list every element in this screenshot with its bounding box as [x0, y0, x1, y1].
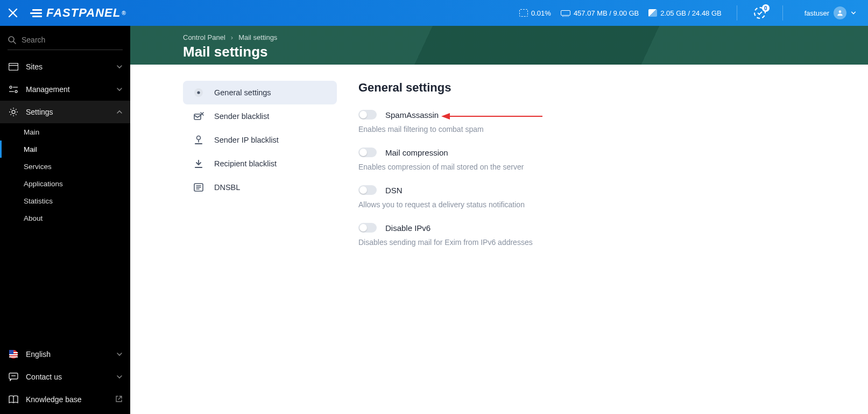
svg-point-0: [839, 10, 842, 13]
sidebar-bottom: English Contact us Knowledge base: [0, 343, 130, 414]
setting-desc: Enables mail filtering to combat spam: [358, 125, 746, 134]
nav-management[interactable]: Management: [0, 78, 130, 101]
toggle-disable-ipv6[interactable]: [358, 223, 377, 233]
tab-label: Recipient blacklist: [214, 159, 277, 168]
logo-reg: ®: [122, 10, 126, 16]
nav-settings[interactable]: Settings: [0, 101, 130, 123]
ram-stat[interactable]: 457.07 MB / 9.00 GB: [561, 9, 639, 17]
page-title: Mail settings: [183, 44, 868, 60]
avatar: [834, 6, 846, 19]
divider: [782, 5, 783, 20]
svg-point-4: [15, 90, 17, 93]
toggle-mail-compression[interactable]: [358, 148, 377, 157]
tab-sender-ip-blacklist[interactable]: Sender IP blacklist: [183, 128, 337, 152]
subnav-mail[interactable]: Mail: [0, 141, 130, 158]
tab-sender-blacklist[interactable]: Sender blacklist: [183, 104, 337, 128]
svg-rect-2: [9, 64, 18, 71]
subnav-label: Applications: [24, 180, 63, 188]
subnav-label: Mail: [24, 145, 37, 153]
setting-spamassassin: SpamAssassin Enables mail filtering to c…: [358, 110, 746, 134]
ip-blacklist-icon: [193, 134, 204, 146]
setting-label: Disable IPv6: [385, 223, 431, 233]
setting-desc: Enables compression of mail stored on th…: [358, 163, 746, 171]
chevron-down-icon: [116, 374, 123, 380]
subnav-services[interactable]: Services: [0, 158, 130, 175]
subnav-about[interactable]: About: [0, 209, 130, 227]
disk-stat[interactable]: 2.05 GB / 24.48 GB: [648, 9, 721, 17]
setting-dsn: DSN Allows you to request a delivery sta…: [358, 185, 746, 209]
general-settings-pane: General settings SpamAssassin Enables ma…: [358, 81, 778, 414]
nav-sites[interactable]: Sites: [0, 55, 130, 78]
content: General settings Sender blacklist Sender…: [130, 65, 868, 414]
nav-label: Management: [26, 85, 116, 94]
contact-label: Contact us: [26, 373, 116, 381]
setting-mail-compression: Mail compression Enables compression of …: [358, 148, 746, 171]
svg-point-15: [197, 136, 201, 140]
tab-dnsbl[interactable]: DNSBL: [183, 176, 337, 199]
logo-icon: [30, 9, 42, 17]
username: fastuser: [805, 9, 829, 17]
external-link-icon: [115, 395, 123, 404]
gear-dot-icon: [193, 87, 204, 99]
user-icon: [836, 9, 844, 17]
subnav-main[interactable]: Main: [0, 123, 130, 141]
tab-label: Sender blacklist: [214, 112, 269, 121]
cpu-stat[interactable]: 0.01%: [519, 9, 551, 17]
lang-switcher[interactable]: English: [0, 343, 130, 366]
gear-icon: [8, 107, 19, 117]
subnav-applications[interactable]: Applications: [0, 175, 130, 192]
topbar-stats: 0.01% 457.07 MB / 9.00 GB 2.05 GB / 24.4…: [519, 5, 868, 20]
close-button[interactable]: [0, 0, 26, 26]
svg-point-5: [12, 110, 15, 114]
disk-value: 2.05 GB / 24.48 GB: [660, 9, 721, 17]
tab-label: General settings: [214, 88, 271, 97]
toggle-dsn[interactable]: [358, 185, 377, 195]
search-input[interactable]: [22, 36, 123, 44]
nav-label: Sites: [26, 62, 116, 71]
setting-label: SpamAssassin: [385, 110, 439, 120]
nav-settings-sub: Main Mail Services Applications Statisti…: [0, 123, 130, 227]
tab-general-settings[interactable]: General settings: [183, 81, 337, 104]
breadcrumb-current: Mail settings: [238, 33, 277, 41]
subnav-statistics[interactable]: Statistics: [0, 192, 130, 209]
page-header: Control Panel › Mail settings Mail setti…: [130, 26, 868, 65]
search-box[interactable]: [8, 33, 123, 50]
svg-rect-8: [9, 354, 18, 355]
contact-us[interactable]: Contact us: [0, 366, 130, 388]
breadcrumb: Control Panel › Mail settings: [183, 33, 868, 41]
topbar: FASTPANEL® 0.01% 457.07 MB / 9.00 GB 2.0…: [0, 0, 868, 26]
svg-rect-10: [9, 350, 13, 354]
subnav-label: Statistics: [24, 197, 53, 205]
nav-label: Settings: [26, 108, 116, 116]
management-icon: [8, 85, 19, 94]
svg-rect-14: [194, 114, 201, 120]
disk-icon: [648, 9, 657, 17]
user-menu[interactable]: fastuser: [798, 6, 863, 19]
recipient-blacklist-icon: [193, 158, 204, 170]
chat-icon: [8, 372, 19, 382]
breadcrumb-root[interactable]: Control Panel: [183, 33, 225, 41]
toggle-spamassassin[interactable]: [358, 110, 377, 120]
chevron-right-icon: ›: [231, 33, 233, 41]
notif-badge: 0: [762, 4, 770, 12]
setting-label: Mail compression: [385, 148, 448, 157]
lang-label: English: [26, 350, 116, 359]
cpu-value: 0.01%: [531, 9, 551, 17]
knowledge-base[interactable]: Knowledge base: [0, 388, 130, 411]
subnav-label: About: [24, 214, 43, 222]
sidebar: Sites Management Settings Main Mail Serv…: [0, 26, 130, 414]
cpu-icon: [519, 9, 528, 17]
logo-text: FASTPANEL: [46, 6, 121, 20]
tab-recipient-blacklist[interactable]: Recipient blacklist: [183, 152, 337, 176]
notifications-button[interactable]: 0: [752, 5, 767, 20]
tab-label: Sender IP blacklist: [214, 136, 279, 144]
settings-tabs: General settings Sender blacklist Sender…: [183, 81, 337, 414]
logo[interactable]: FASTPANEL®: [30, 6, 126, 20]
kb-label: Knowledge base: [26, 395, 115, 404]
divider: [737, 5, 737, 20]
svg-point-13: [197, 91, 200, 94]
subnav-label: Services: [24, 163, 52, 171]
subnav-label: Main: [24, 128, 39, 136]
close-icon: [8, 8, 18, 18]
dnsbl-icon: [193, 181, 204, 193]
